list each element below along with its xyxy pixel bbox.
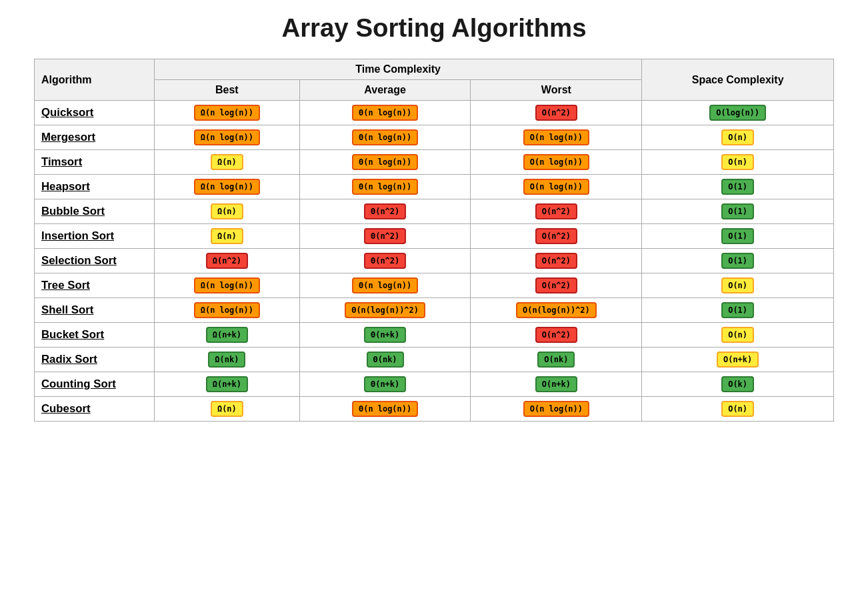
- badge-best: Ω(n log(n)): [194, 105, 260, 121]
- algo-name-cell: Quicksort: [35, 101, 155, 125]
- badge-worst: O(n^2): [535, 253, 577, 269]
- cell-best: Ω(n log(n)): [155, 298, 300, 323]
- cell-best: Ω(n log(n)): [155, 101, 300, 125]
- algo-name-cell: Bubble Sort: [35, 199, 155, 224]
- header-worst-time: Worst: [471, 80, 642, 101]
- cell-space: O(log(n)): [642, 101, 834, 125]
- badge-worst: O(n+k): [535, 376, 577, 392]
- cell-worst: O(n^2): [471, 323, 642, 348]
- badge-average: Θ(n log(n)): [352, 401, 418, 417]
- algo-link[interactable]: Insertion Sort: [41, 229, 114, 242]
- badge-average: Θ(n+k): [364, 327, 406, 343]
- badge-worst: O(nk): [537, 352, 575, 368]
- badge-average: Θ(nk): [367, 352, 404, 368]
- cell-space: O(1): [642, 298, 834, 323]
- algo-link[interactable]: Selection Sort: [41, 254, 117, 267]
- badge-space: O(1): [721, 179, 754, 195]
- badge-average: Θ(n log(n)): [352, 105, 418, 121]
- algo-link[interactable]: Counting Sort: [41, 378, 116, 390]
- badge-best: Ω(n+k): [206, 327, 248, 343]
- table-row: QuicksortΩ(n log(n))Θ(n log(n))O(n^2)O(l…: [35, 101, 834, 125]
- algo-name-cell: Cubesort: [35, 397, 155, 422]
- badge-worst: O(n^2): [535, 203, 577, 219]
- cell-best: Ω(n): [155, 150, 300, 175]
- badge-best: Ω(n): [211, 228, 243, 244]
- algo-name-cell: Counting Sort: [35, 372, 155, 397]
- algo-link[interactable]: Bucket Sort: [41, 328, 104, 341]
- cell-average: Θ(n log(n)): [299, 101, 471, 125]
- cell-space: O(n): [642, 125, 834, 150]
- algo-name-cell: Bucket Sort: [35, 323, 155, 348]
- algo-name-cell: Tree Sort: [35, 273, 155, 298]
- cell-average: Θ(n log(n)): [299, 150, 471, 175]
- table-row: Insertion SortΩ(n)Θ(n^2)O(n^2)O(1): [35, 224, 834, 249]
- algo-link[interactable]: Radix Sort: [41, 353, 97, 366]
- cell-best: Ω(n): [155, 199, 300, 224]
- cell-space: O(n+k): [642, 348, 834, 372]
- cell-worst: O(n^2): [471, 199, 642, 224]
- badge-worst: O(n^2): [535, 327, 577, 343]
- table-row: Bucket SortΩ(n+k)Θ(n+k)O(n^2)O(n): [35, 323, 834, 348]
- cell-best: Ω(n^2): [155, 249, 300, 273]
- algo-link[interactable]: Heapsort: [41, 180, 90, 193]
- table-row: HeapsortΩ(n log(n))Θ(n log(n))O(n log(n)…: [35, 175, 834, 199]
- badge-average: Θ(n log(n)): [352, 129, 418, 145]
- cell-best: Ω(n): [155, 224, 300, 249]
- cell-space: O(n): [642, 150, 834, 175]
- algo-name-cell: Mergesort: [35, 125, 155, 150]
- badge-worst: O(n log(n)): [523, 154, 589, 170]
- badge-best: Ω(n): [211, 203, 243, 219]
- algo-link[interactable]: Timsort: [41, 155, 82, 168]
- cell-space: O(n): [642, 273, 834, 298]
- badge-average: Θ(n+k): [364, 376, 406, 392]
- algo-link[interactable]: Mergesort: [41, 131, 95, 143]
- cell-worst: O(n^2): [471, 101, 642, 125]
- badge-space: O(n): [721, 277, 754, 293]
- badge-best: Ω(n): [211, 401, 243, 417]
- badge-worst: O(n^2): [535, 105, 577, 121]
- header-average: Average: [299, 80, 471, 101]
- algo-link[interactable]: Tree Sort: [41, 279, 90, 291]
- badge-best: Ω(n log(n)): [194, 129, 260, 145]
- algo-name-cell: Heapsort: [35, 175, 155, 199]
- badge-worst: O(n log(n)): [523, 401, 589, 417]
- badge-space: O(n): [721, 129, 754, 145]
- algo-link[interactable]: Shell Sort: [41, 303, 93, 316]
- algo-link[interactable]: Quicksort: [41, 106, 93, 119]
- badge-space: O(k): [721, 376, 754, 392]
- badge-best: Ω(n): [211, 154, 243, 170]
- cell-space: O(1): [642, 175, 834, 199]
- cell-worst: O(n+k): [471, 372, 642, 397]
- algo-link[interactable]: Bubble Sort: [41, 205, 105, 217]
- badge-worst: O(n^2): [535, 228, 577, 244]
- cell-best: Ω(n): [155, 397, 300, 422]
- badge-average: Θ(n^2): [364, 203, 406, 219]
- badge-best: Ω(n^2): [206, 253, 248, 269]
- badge-average: Θ(n log(n)): [352, 179, 418, 195]
- cell-average: Θ(n^2): [299, 199, 471, 224]
- cell-average: Θ(nk): [299, 348, 471, 372]
- table-row: CubesortΩ(n)Θ(n log(n))O(n log(n))O(n): [35, 397, 834, 422]
- badge-space: O(n): [721, 154, 754, 170]
- table-row: TimsortΩ(n)Θ(n log(n))O(n log(n))O(n): [35, 150, 834, 175]
- table-container: Algorithm Time Complexity Space Complexi…: [34, 59, 834, 422]
- algo-name-cell: Timsort: [35, 150, 155, 175]
- table-row: MergesortΩ(n log(n))Θ(n log(n))O(n log(n…: [35, 125, 834, 150]
- cell-average: Θ(n log(n)): [299, 125, 471, 150]
- algo-name-cell: Shell Sort: [35, 298, 155, 323]
- cell-average: Θ(n log(n)): [299, 273, 471, 298]
- badge-space: O(1): [721, 228, 754, 244]
- badge-average: Θ(n log(n)): [352, 154, 418, 170]
- algo-link[interactable]: Cubesort: [41, 402, 91, 415]
- cell-average: Θ(n log(n)): [299, 397, 471, 422]
- table-row: Counting SortΩ(n+k)Θ(n+k)O(n+k)O(k): [35, 372, 834, 397]
- cell-worst: O(n log(n)): [471, 150, 642, 175]
- cell-average: Θ(n^2): [299, 224, 471, 249]
- table-row: Radix SortΩ(nk)Θ(nk)O(nk)O(n+k): [35, 348, 834, 372]
- cell-average: Θ(n^2): [299, 249, 471, 273]
- cell-best: Ω(n+k): [155, 323, 300, 348]
- sorting-table: Algorithm Time Complexity Space Complexi…: [34, 59, 834, 422]
- header-space-complexity: Space Complexity: [642, 59, 834, 101]
- table-row: Selection SortΩ(n^2)Θ(n^2)O(n^2)O(1): [35, 249, 834, 273]
- cell-space: O(n): [642, 397, 834, 422]
